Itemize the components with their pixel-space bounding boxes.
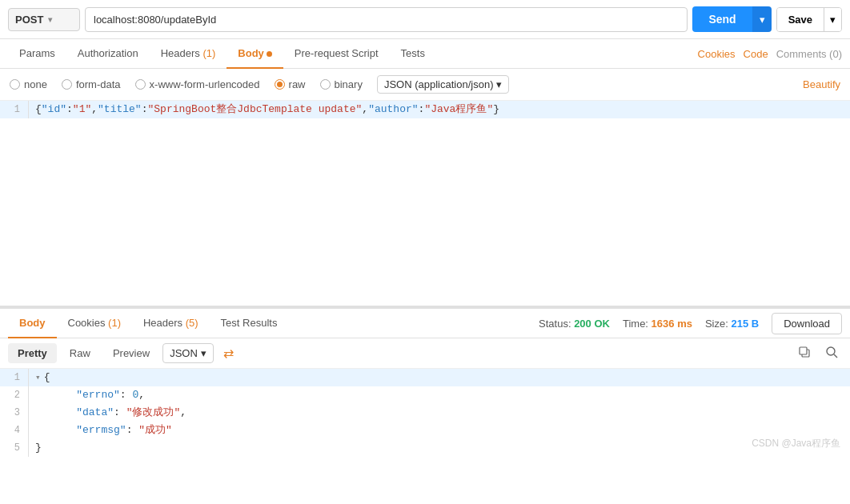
response-view-tabs: Pretty Raw Preview JSON ▾ ⇄ [0, 338, 850, 369]
request-line-1: 1 {"id":"1","title":"SpringBoot整合JdbcTem… [0, 101, 850, 118]
response-tabs: Body Cookies (1) Headers (5) Test Result… [8, 309, 288, 338]
save-btn-group: Save ▾ [776, 7, 842, 32]
res-tab-body[interactable]: Body [8, 309, 57, 338]
fold-arrow-1[interactable]: ▾ [35, 369, 41, 386]
body-dot [267, 51, 272, 57]
res-line-3: 3 "data": "修改成功", [0, 404, 850, 422]
tab-body[interactable]: Body [227, 39, 283, 69]
method-label: POST [15, 14, 43, 26]
view-tab-raw[interactable]: Raw [60, 343, 100, 363]
top-bar: POST ▾ Send ▾ Save ▾ [0, 0, 850, 39]
response-code-wrapper: 1 ▾ { 2 "errno": 0, 3 "data": "修改成功", 4 … [0, 369, 850, 457]
comments-link[interactable]: Comments (0) [776, 48, 842, 60]
option-form-data[interactable]: form-data [62, 78, 121, 90]
res-tab-test-results[interactable]: Test Results [210, 309, 289, 338]
tab-headers[interactable]: Headers (1) [150, 39, 227, 69]
body-options: none form-data x-www-form-urlencoded raw… [0, 69, 850, 101]
save-dropdown-button[interactable]: ▾ [824, 8, 841, 31]
res-line-5: 5 } [0, 439, 850, 457]
request-code-area: 1 {"id":"1","title":"SpringBoot整合JdbcTem… [0, 101, 850, 309]
option-raw[interactable]: raw [275, 78, 306, 90]
send-chevron-icon: ▾ [760, 14, 765, 26]
res-line-4: 4 "errmsg": "成功" [0, 422, 850, 439]
res-line-1: 1 ▾ { [0, 369, 850, 386]
watermark: CSDN @Java程序鱼 [752, 437, 840, 450]
copy-button[interactable] [794, 344, 815, 363]
nav-right-actions: Cookies Code Comments (0) [698, 48, 842, 60]
tab-authorization[interactable]: Authorization [66, 39, 150, 69]
wrap-icon[interactable]: ⇄ [223, 346, 234, 361]
time-value: 1636 ms [652, 318, 692, 330]
option-binary[interactable]: binary [320, 78, 363, 90]
json-view-select[interactable]: JSON ▾ [162, 343, 214, 363]
save-button[interactable]: Save [777, 8, 824, 31]
svg-line-3 [834, 354, 837, 358]
beautify-button[interactable]: Beautify [803, 78, 840, 90]
res-tab-headers[interactable]: Headers (5) [132, 309, 210, 338]
size-label: Size: 215 B [705, 318, 759, 330]
time-label: Time: 1636 ms [623, 318, 692, 330]
send-dropdown-button[interactable]: ▾ [752, 6, 772, 32]
res-line-2: 2 "errno": 0, [0, 386, 850, 404]
tab-params[interactable]: Params [8, 39, 66, 69]
download-button[interactable]: Download [772, 313, 842, 334]
svg-point-2 [827, 347, 835, 355]
radio-none [10, 79, 20, 90]
tab-tests[interactable]: Tests [390, 39, 436, 69]
method-chevron: ▾ [48, 15, 52, 24]
radio-binary [320, 79, 331, 90]
radio-form-data [62, 79, 72, 90]
option-urlencoded[interactable]: x-www-form-urlencoded [135, 78, 260, 90]
radio-urlencoded [135, 79, 146, 90]
save-chevron-icon: ▾ [830, 14, 836, 26]
json-format-select[interactable]: JSON (application/json) ▾ [377, 75, 510, 94]
copy-icon [798, 346, 811, 358]
option-none[interactable]: none [10, 78, 47, 90]
cookies-link[interactable]: Cookies [698, 48, 736, 60]
send-button[interactable]: Send [692, 6, 752, 32]
response-code-area: 1 ▾ { 2 "errno": 0, 3 "data": "修改成功", 4 … [0, 369, 850, 457]
view-tab-preview[interactable]: Preview [103, 343, 159, 363]
status-label: Status: 200 OK [539, 318, 610, 330]
json-chevron-icon: ▾ [496, 78, 502, 90]
res-view-right-actions [794, 344, 842, 363]
code-link[interactable]: Code [744, 48, 768, 60]
search-button[interactable] [821, 344, 842, 363]
res-tab-cookies[interactable]: Cookies (1) [57, 309, 132, 338]
response-info: Status: 200 OK Time: 1636 ms Size: 215 B… [539, 313, 842, 334]
nav-tabs: Params Authorization Headers (1) Body Pr… [0, 39, 850, 69]
view-tab-pretty[interactable]: Pretty [8, 343, 57, 363]
send-btn-group: Send ▾ [692, 6, 771, 32]
response-header: Body Cookies (1) Headers (5) Test Result… [0, 309, 850, 338]
json-view-chevron-icon: ▾ [201, 347, 206, 359]
status-value: 200 OK [574, 318, 610, 330]
method-select[interactable]: POST ▾ [8, 8, 80, 31]
url-input[interactable] [85, 7, 688, 32]
radio-raw [275, 79, 285, 90]
search-icon [825, 346, 838, 358]
size-value: 215 B [731, 318, 759, 330]
tab-prerequest[interactable]: Pre-request Script [283, 39, 390, 69]
svg-rect-1 [800, 347, 807, 354]
